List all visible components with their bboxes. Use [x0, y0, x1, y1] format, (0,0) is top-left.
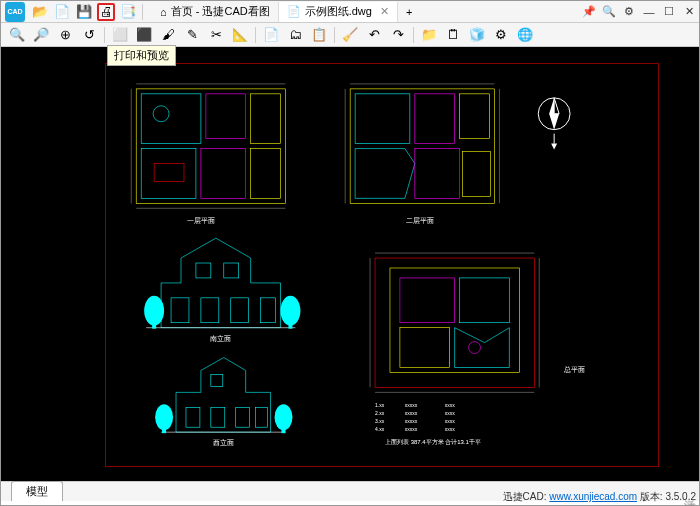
print-tooltip: 打印和预览 — [107, 45, 176, 66]
svg-rect-25 — [171, 298, 189, 323]
print-btn[interactable]: 🖨 — [97, 3, 115, 21]
3d-icon[interactable]: 🧊 — [467, 25, 487, 45]
brand-label: 迅捷CAD: — [503, 491, 547, 502]
save-btn[interactable]: 💾 — [75, 3, 93, 21]
svg-text:二层平面: 二层平面 — [406, 217, 434, 224]
file-icon: 📄 — [287, 5, 301, 18]
layers-icon[interactable]: 🗂 — [285, 25, 305, 45]
separator — [255, 27, 256, 43]
tab-close-icon[interactable]: ✕ — [380, 5, 389, 18]
tab-label: 首页 - 迅捷CAD看图 — [171, 4, 270, 19]
svg-rect-26 — [201, 298, 219, 323]
svg-text:南立面: 南立面 — [210, 335, 231, 342]
svg-text:4.xx: 4.xx — [375, 427, 385, 432]
page-icon[interactable]: 📄 — [261, 25, 281, 45]
undo-icon[interactable]: ↶ — [364, 25, 384, 45]
svg-rect-50 — [400, 278, 455, 323]
separator — [413, 27, 414, 43]
version-label: 版本: — [640, 491, 663, 502]
redo-icon[interactable]: ↷ — [388, 25, 408, 45]
rect-icon[interactable]: ⬜ — [110, 25, 130, 45]
erase-icon[interactable]: 🧹 — [340, 25, 360, 45]
export-btn[interactable]: 📑 — [119, 3, 137, 21]
model-tab[interactable]: 模型 — [11, 481, 63, 501]
open-btn[interactable]: 📂 — [31, 3, 49, 21]
svg-rect-2 — [206, 94, 246, 139]
svg-rect-33 — [152, 321, 156, 329]
tab-label: 示例图纸.dwg — [305, 4, 372, 19]
pencil-icon[interactable]: ✎ — [182, 25, 202, 45]
svg-text:总平面: 总平面 — [563, 366, 585, 373]
main-toolbar: 🔍 🔎 ⊕ ↺ ⬜ ⬛ 🖌 ✎ ✂ 📐 📄 🗂 📋 🧹 ↶ ↷ 📁 🗒 🧊 ⚙ … — [1, 23, 699, 47]
maximize-btn[interactable]: ☐ — [659, 3, 679, 21]
svg-text:一层平面: 一层平面 — [187, 217, 215, 224]
svg-rect-39 — [236, 407, 250, 427]
tab-drawing[interactable]: 📄 示例图纸.dwg ✕ — [279, 2, 398, 22]
svg-rect-29 — [196, 263, 211, 278]
svg-rect-13 — [350, 89, 494, 203]
svg-text:xxxxx: xxxxx — [405, 419, 418, 424]
svg-rect-6 — [251, 149, 281, 199]
svg-text:xxxxx: xxxxx — [405, 403, 418, 408]
measure-icon[interactable]: 📐 — [230, 25, 250, 45]
svg-rect-40 — [256, 407, 268, 427]
pin-icon[interactable]: 📌 — [579, 3, 599, 21]
svg-text:xxxx: xxxx — [445, 419, 455, 424]
svg-point-53 — [469, 342, 481, 354]
svg-rect-28 — [261, 298, 276, 323]
home-icon: ⌂ — [160, 6, 167, 18]
svg-rect-44 — [162, 425, 166, 433]
svg-rect-3 — [251, 94, 281, 144]
pan-icon[interactable]: ↺ — [79, 25, 99, 45]
zoom-icon[interactable]: 🔍 — [599, 3, 619, 21]
drawing-frame: 一层平面 二层平面 — [105, 63, 659, 467]
separator — [334, 27, 335, 43]
notes-icon[interactable]: 🗒 — [443, 25, 463, 45]
cad-drawing: 一层平面 二层平面 — [106, 64, 658, 466]
svg-rect-4 — [141, 149, 196, 199]
clipboard-icon[interactable]: 📋 — [309, 25, 329, 45]
status-bar: 迅捷CAD: www.xunjiecad.com 版本: 3.5.0.2 — [503, 490, 696, 504]
svg-rect-27 — [231, 298, 249, 323]
tab-strip: ⌂ 首页 - 迅捷CAD看图 📄 示例图纸.dwg ✕ + — [152, 1, 579, 22]
svg-rect-16 — [460, 94, 490, 139]
minimize-btn[interactable]: — — [639, 3, 659, 21]
brush-icon[interactable]: 🖌 — [158, 25, 178, 45]
svg-rect-41 — [211, 374, 223, 386]
svg-rect-15 — [415, 94, 455, 144]
window-controls: 📌 🔍 ⚙ — ☐ ✕ — [579, 3, 699, 21]
svg-text:2.xx: 2.xx — [375, 411, 385, 416]
svg-rect-52 — [400, 328, 450, 368]
new-tab-btn[interactable]: + — [398, 2, 420, 22]
svg-rect-1 — [141, 94, 201, 144]
separator — [104, 27, 105, 43]
zoom-in-icon[interactable]: 🔍 — [7, 25, 27, 45]
settings-icon[interactable]: ⚙ — [619, 3, 639, 21]
fill-icon[interactable]: ⬛ — [134, 25, 154, 45]
svg-rect-18 — [463, 152, 491, 197]
drawing-canvas[interactable]: 一层平面 二层平面 — [1, 47, 699, 481]
svg-point-7 — [153, 106, 169, 122]
folder-icon[interactable]: 📁 — [419, 25, 439, 45]
options-icon[interactable]: ⚙ — [491, 25, 511, 45]
svg-rect-30 — [224, 263, 239, 278]
cut-icon[interactable]: ✂ — [206, 25, 226, 45]
web-icon[interactable]: 🌐 — [515, 25, 535, 45]
svg-rect-38 — [211, 407, 225, 427]
brand-link[interactable]: www.xunjiecad.com — [549, 491, 637, 502]
svg-rect-5 — [201, 149, 246, 199]
title-bar: CAD 📂 📄 💾 🖨 📑 ⌂ 首页 - 迅捷CAD看图 📄 示例图纸.dwg … — [1, 1, 699, 23]
zoom-out-icon[interactable]: 🔎 — [31, 25, 51, 45]
svg-text:1.xx: 1.xx — [375, 403, 385, 408]
tab-home[interactable]: ⌂ 首页 - 迅捷CAD看图 — [152, 2, 279, 22]
zoom-extents-icon[interactable]: ⊕ — [55, 25, 75, 45]
svg-rect-35 — [288, 321, 292, 329]
svg-text:上面列表     387.4平方米  合计13.1千平: 上面列表 387.4平方米 合计13.1千平 — [385, 438, 481, 445]
new-btn[interactable]: 📄 — [53, 3, 71, 21]
separator — [142, 4, 143, 20]
svg-rect-51 — [460, 278, 510, 323]
close-btn[interactable]: ✕ — [679, 3, 699, 21]
svg-text:西立面: 西立面 — [213, 439, 234, 446]
svg-rect-8 — [154, 164, 184, 182]
svg-rect-14 — [355, 94, 410, 144]
